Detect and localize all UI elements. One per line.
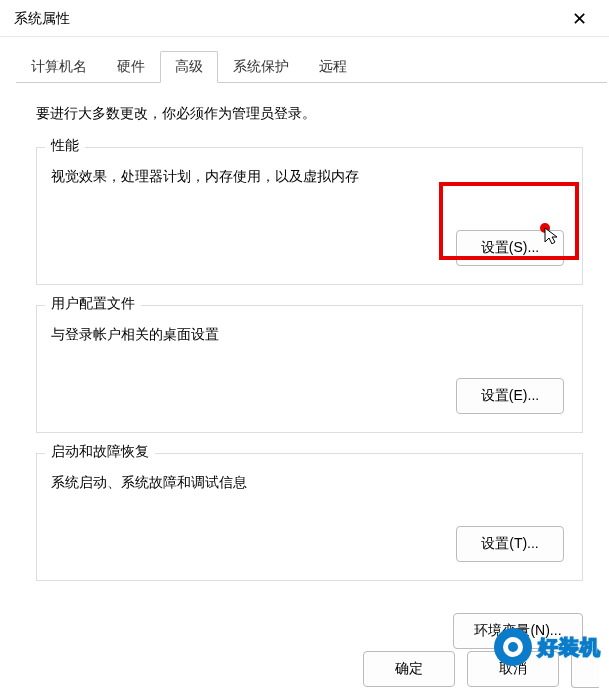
ok-button[interactable]: 确定	[363, 651, 455, 687]
environment-variables-button[interactable]: 环境变量(N)...	[453, 613, 583, 649]
startup-recovery-settings-button[interactable]: 设置(T)...	[456, 526, 564, 562]
tab-computer-name[interactable]: 计算机名	[16, 51, 102, 83]
group-user-profiles-legend: 用户配置文件	[45, 295, 141, 313]
performance-settings-button[interactable]: 设置(S)...	[456, 230, 564, 266]
tab-hardware[interactable]: 硬件	[102, 51, 160, 83]
tab-advanced[interactable]: 高级	[160, 51, 218, 83]
apply-button-partial[interactable]	[571, 650, 599, 688]
tab-remote[interactable]: 远程	[304, 51, 362, 83]
tab-bar: 计算机名 硬件 高级 系统保护 远程	[0, 37, 609, 83]
group-startup-recovery-legend: 启动和故障恢复	[45, 443, 155, 461]
group-startup-recovery: 启动和故障恢复 系统启动、系统故障和调试信息 设置(T)...	[36, 453, 583, 581]
group-performance: 性能 视觉效果，处理器计划，内存使用，以及虚拟内存 设置(S)...	[36, 147, 583, 285]
user-profiles-settings-button[interactable]: 设置(E)...	[456, 378, 564, 414]
group-performance-desc: 视觉效果，处理器计划，内存使用，以及虚拟内存	[51, 168, 564, 186]
group-user-profiles: 用户配置文件 与登录帐户相关的桌面设置 设置(E)...	[36, 305, 583, 433]
tab-system-protection[interactable]: 系统保护	[218, 51, 304, 83]
intro-text: 要进行大多数更改，你必须作为管理员登录。	[36, 105, 583, 123]
cancel-button[interactable]: 取消	[467, 651, 559, 687]
group-user-profiles-desc: 与登录帐户相关的桌面设置	[51, 326, 564, 344]
group-performance-legend: 性能	[45, 137, 85, 155]
window-title: 系统属性	[14, 10, 70, 28]
dialog-button-row: 确定 取消	[363, 650, 609, 688]
group-startup-recovery-desc: 系统启动、系统故障和调试信息	[51, 474, 564, 492]
close-icon[interactable]: ✕	[564, 10, 595, 28]
